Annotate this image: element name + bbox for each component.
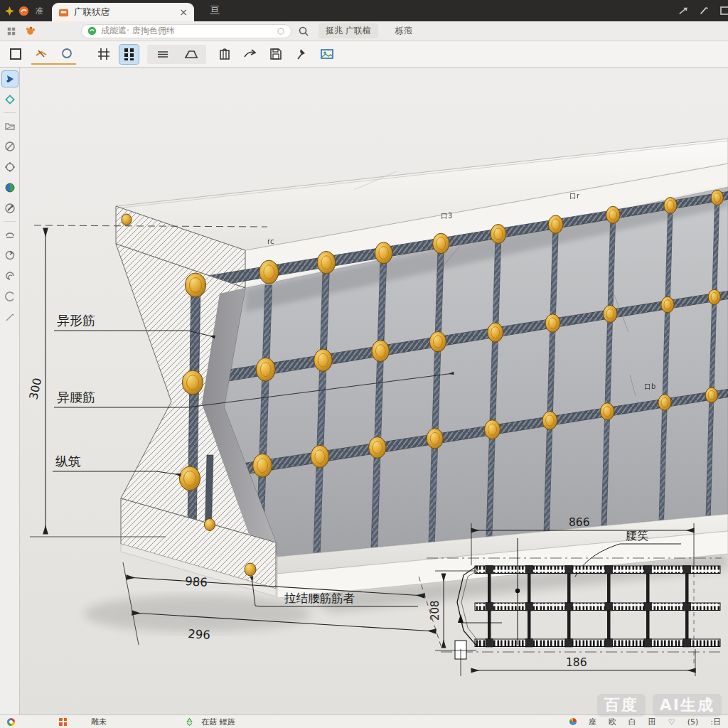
sidebar-folder-tool[interactable] [2,118,18,134]
share-arrow-icon[interactable] [678,6,688,16]
tool-sidebar [0,68,20,714]
status-glyph[interactable]: ♡ [668,717,675,727]
status-glyph[interactable]: (5) [687,717,699,727]
toolbar-cage-button[interactable] [215,45,234,64]
beam-drawing: 300 异形筋 异腰筋 纵筑 拉结腰筋筋者 986 296 口r 口3 rc [20,68,728,714]
sidebar-forbid-tool[interactable] [2,139,18,154]
browser-logo-icon [18,6,29,16]
detail-dim-side-text: 208 [429,600,441,621]
beam-3d-view [84,139,728,632]
toolbar-jump-arrow-button[interactable] [240,45,259,64]
toolbar-orbit-button[interactable] [57,43,76,63]
dim-bottom-width-text: 296 [188,627,211,642]
browser-tab[interactable]: 广联犾扂 × [52,3,194,21]
sidebar-pencil-tool[interactable] [2,309,18,325]
apps-grid-icon[interactable] [6,26,16,36]
status-glyph[interactable]: 白 [628,717,636,727]
toolbar-pin-button[interactable] [291,45,311,64]
detail-dim-top-text: 866 [569,516,590,529]
tab-close-button[interactable]: × [179,7,188,17]
label-waist-rebar: 异腰筋 [57,390,95,405]
titlebar-mark: 准 [36,6,43,16]
svg-text:口b: 口b [644,382,655,390]
tab-title: 广联犾扂 [74,6,174,18]
address-bar: 成能遮· 唐掏色佣纬 挺兆 广联楦 栎萢 [0,21,728,41]
svg-text:口r: 口r [569,192,580,200]
titlebar-right-controls [678,6,728,16]
status-glyph[interactable]: 欧 [609,717,616,727]
ghost-tab-label[interactable]: 亘 [210,4,220,17]
sidebar-shell-tool[interactable] [2,268,18,284]
label-tie-rebar: 拉结腰筋筋者 [284,592,355,605]
label-detail-waist: 腰笶 [626,529,648,542]
toolbar-trapezoid-button[interactable] [181,45,200,64]
application-window: 准 广联犾扂 × 亘 [0,0,728,728]
watermark: 百度 AI生成 [597,694,722,717]
svg-text:rc: rc [267,237,274,245]
address-secondary-button[interactable]: 栎萢 [395,25,412,37]
toolbar-save-button[interactable] [266,45,285,64]
toolbar-layers-button[interactable] [153,45,172,64]
detail-dim-bottom-text: 186 [566,656,587,669]
toolbar-grid-axes-button[interactable] [94,45,113,64]
office-grid-icon[interactable] [59,718,67,726]
status-left-label: 雕未 [91,717,107,727]
status-glyph[interactable]: :日 [710,717,721,727]
sidebar-rotate-tool[interactable] [2,247,18,263]
address-action-button[interactable]: 挺兆 广联楦 [318,23,378,38]
color-dot-icon [569,718,577,725]
status-right-icons: 座 欧 白 田 ♡ (5) :日 [569,717,721,727]
sidebar-stack-tool[interactable] [2,227,18,242]
watermark-suffix: AI生成 [653,694,722,717]
dim-height-text: 300 [26,377,44,401]
toolbar-section-tool-button[interactable] [31,43,50,63]
svg-text:口3: 口3 [441,212,452,220]
dim-top-width-text: 986 [185,574,208,589]
sidebar-divider [4,221,16,222]
toolbar-select-button[interactable] [6,45,25,64]
status-glyph[interactable]: 田 [648,717,656,727]
label-profile-rebar: 异形筋 [57,313,95,328]
reload-icon[interactable] [277,27,285,36]
app-tab-icon [58,7,69,18]
spark-icon [4,6,15,16]
status-left-label-2: 在菇 鲤旌 [201,717,235,727]
url-search-input[interactable]: 成能遮· 唐掏色佣纬 [81,24,291,38]
browser-colorwheel-icon[interactable] [7,718,15,726]
toolbar-warm-group [31,43,76,65]
sidebar-pin-tool[interactable] [2,200,18,216]
model-viewport[interactable]: 300 异形筋 异腰筋 纵筑 拉结腰筋筋者 986 296 口r 口3 rc [20,68,728,714]
url-text: 成能遮· 唐掏色佣纬 [101,25,175,37]
window-control-icon[interactable] [719,6,728,16]
sidebar-play-tool[interactable] [2,71,18,87]
recycle-icon [185,717,194,727]
site-badge-icon [87,26,97,36]
favorite-paw-icon[interactable] [25,26,36,36]
sidebar-divider [4,112,16,113]
main-toolbar [0,41,728,68]
status-glyph[interactable]: 座 [589,717,596,727]
title-bar: 准 广联犾扂 × 亘 [0,0,728,21]
toolbar-image-button[interactable] [317,45,336,64]
sidebar-diamond-tool[interactable] [2,92,18,107]
pencil-icon[interactable] [699,6,709,16]
label-longitudinal: 纵筑 [55,454,81,469]
sidebar-gear-tool[interactable] [2,159,18,175]
toolbar-view-group [147,45,206,64]
sidebar-arc-tool[interactable] [2,289,18,304]
search-icon[interactable] [298,26,309,37]
sidebar-globe-tool[interactable] [2,180,18,196]
toolbar-rebar-grid-button[interactable] [119,45,139,64]
watermark-brand: 百度 [597,694,646,717]
